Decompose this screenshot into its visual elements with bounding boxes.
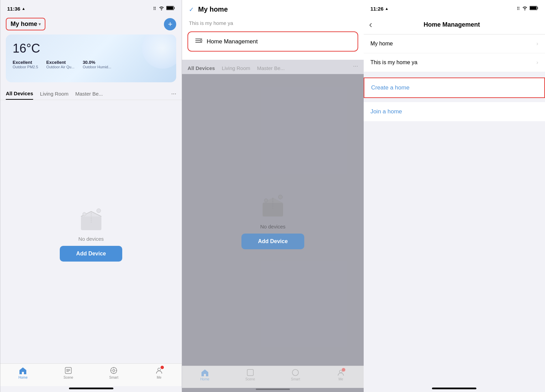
join-home-button[interactable]: Join a home: [364, 102, 545, 121]
svg-point-22: [278, 195, 282, 199]
page-title-s3: Home Management: [372, 21, 531, 28]
chevron-down-icon-s1: ▾: [39, 22, 41, 27]
chevron-right-icon-1: ›: [536, 41, 538, 47]
home-list-item-thisis[interactable]: This is my home ya ›: [364, 53, 545, 72]
status-bar-3: 11:26 ▲ ⠿: [364, 0, 545, 15]
home-list-item-myhome[interactable]: My home ›: [364, 34, 545, 53]
room-tabs-s1: All Devices Living Room Master Be... ···: [0, 88, 182, 100]
s1-header: My home ▾ +: [0, 15, 182, 34]
screen-3: 11:26 ▲ ⠿ ‹ Home Management My home › Th…: [364, 0, 545, 392]
air-sublabel: Outdoor Air Qu...: [46, 65, 75, 69]
signal-icon-3: ⠿: [517, 6, 520, 11]
me-badge-s1: [160, 365, 165, 370]
status-bar-1: 11:36 ▲ ⠿: [0, 0, 182, 15]
s3-header: ‹ Home Management: [364, 15, 545, 34]
empty-box-icon-s1: [74, 205, 108, 232]
home-management-label: Home Management: [207, 38, 257, 45]
home-item-name-1: My home: [371, 41, 393, 47]
back-button[interactable]: ‹: [369, 19, 372, 30]
nav-home-s2: Home: [182, 369, 227, 381]
svg-point-8: [113, 369, 115, 372]
weather-stat-humid: 30.0% Outdoor Humid...: [83, 60, 111, 69]
humid-label: 30.0%: [83, 60, 111, 65]
me-badge-s2: [341, 368, 346, 372]
home-nav-icon-s1: [19, 366, 27, 375]
nav-home-label-s1: Home: [18, 376, 28, 379]
tab-all-s2: All Devices: [187, 62, 215, 74]
add-device-button-s2[interactable]: Add Device: [241, 234, 304, 249]
home-list: My home › This is my home ya ›: [364, 34, 545, 72]
check-icon: ✓: [189, 6, 194, 13]
air-label: Excellent: [46, 60, 75, 65]
dropdown-top: ✓ My home This is my home ya Home Manage…: [182, 0, 363, 60]
status-time-3: 11:26 ▲: [371, 6, 389, 12]
svg-point-25: [292, 369, 298, 376]
bottom-nav-s2-dimmed: Home Scene Smart Me: [182, 366, 363, 388]
nav-scene-s2: Scene: [227, 369, 273, 381]
location-icon-1: ▲: [22, 6, 25, 11]
nav-smart-label-s1: Smart: [109, 376, 118, 379]
nav-smart-s2: Smart: [273, 369, 318, 381]
nav-scene-s1[interactable]: Scene: [46, 366, 91, 379]
home-management-button[interactable]: Home Management: [187, 31, 358, 52]
humid-sublabel: Outdoor Humid...: [83, 65, 111, 69]
no-devices-text-s2: No devices: [260, 224, 285, 229]
tab-all-devices-s1[interactable]: All Devices: [6, 88, 33, 100]
nav-me-s1[interactable]: Me: [136, 366, 182, 379]
status-icons-3: ⠿: [517, 6, 538, 11]
pm25-sublabel: Outdoor PM2.5: [13, 65, 38, 69]
tab-more-s2: ···: [353, 62, 358, 74]
chevron-right-icon-2: ›: [536, 59, 538, 66]
weather-stat-pm25: Excellent Outdoor PM2.5: [13, 60, 38, 69]
me-nav-icon-s1: [155, 366, 163, 375]
tabs-dimmed: All Devices Living Room Master Be... ···: [182, 60, 363, 74]
bottom-nav-s1: Home Scene Smart Me: [0, 363, 182, 386]
nav-scene-label-s1: Scene: [64, 376, 73, 379]
pm25-label: Excellent: [13, 60, 38, 65]
no-devices-text-s1: No devices: [79, 236, 104, 242]
nav-smart-s1[interactable]: Smart: [91, 366, 137, 379]
home-indicator-s1: [69, 388, 113, 389]
nav-home-s1[interactable]: Home: [0, 366, 46, 379]
svg-rect-24: [247, 369, 253, 376]
location-icon-3: ▲: [385, 6, 389, 11]
wifi-icon-1: [159, 6, 164, 11]
screen-1: 11:36 ▲ ⠿ My home ▾ + 16°C Excellent: [0, 0, 182, 392]
svg-point-23: [264, 199, 268, 202]
home-selector-button[interactable]: My home ▾: [6, 18, 45, 30]
svg-point-20: [200, 40, 202, 42]
battery-icon-1: [166, 6, 175, 11]
create-home-label: Create a home: [371, 84, 409, 91]
no-devices-area-s2: No devices Add Device: [182, 74, 363, 366]
home-indicator-s3: [432, 388, 476, 389]
nav-me-s2: Me: [318, 369, 364, 381]
battery-icon-3: [530, 6, 538, 11]
svg-rect-28: [530, 6, 536, 10]
svg-point-4: [97, 209, 101, 213]
svg-point-5: [83, 212, 86, 216]
nav-me-label-s1: Me: [157, 376, 162, 379]
tab-living-s2: Living Room: [222, 62, 250, 74]
no-devices-area-s1: No devices Add Device: [0, 103, 182, 363]
status-icons-1: ⠿: [153, 6, 175, 11]
create-home-button[interactable]: Create a home: [364, 78, 545, 98]
scene-nav-icon-s1: [64, 366, 72, 375]
settings-icon: [195, 38, 202, 45]
wifi-icon-3: [522, 6, 528, 11]
add-button-s1[interactable]: +: [164, 18, 176, 30]
dropdown-header: ✓ My home: [182, 0, 363, 19]
tab-living-room-s1[interactable]: Living Room: [40, 88, 68, 99]
home-item-name-2: This is my home ya: [371, 59, 418, 66]
dropdown-overlay: ✓ My home This is my home ya Home Manage…: [182, 0, 363, 392]
tab-master-bedroom-s1[interactable]: Master Be...: [75, 88, 103, 99]
empty-box-icon-s2: [256, 191, 290, 220]
signal-icon-1: ⠿: [153, 6, 157, 11]
tab-more-s1[interactable]: ···: [171, 90, 176, 97]
join-home-label: Join a home: [371, 108, 402, 115]
status-time-1: 11:36 ▲: [7, 6, 25, 12]
weather-stat-air: Excellent Outdoor Air Qu...: [46, 60, 75, 69]
overlay-gray-area: All Devices Living Room Master Be... ···…: [182, 60, 363, 392]
weather-stats: Excellent Outdoor PM2.5 Excellent Outdoo…: [13, 60, 169, 69]
add-device-button-s1[interactable]: Add Device: [60, 246, 122, 262]
dropdown-subtitle: This is my home ya: [182, 19, 363, 31]
